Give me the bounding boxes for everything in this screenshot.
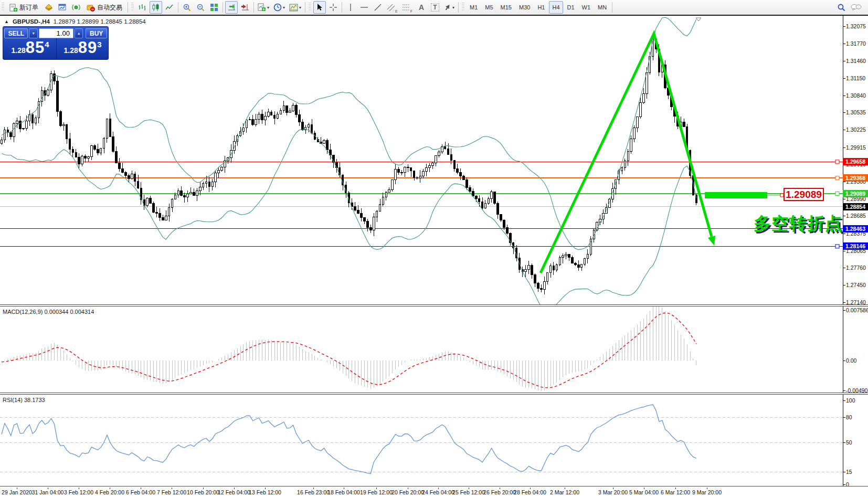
collapse-panel-icon[interactable]: ▲ (4, 19, 9, 24)
time-label[interactable]: 6 Mar 12:00 (661, 489, 690, 495)
buy-price-big: 89 (78, 38, 97, 57)
periods-dropdown-arrow[interactable]: ▾ (283, 5, 285, 10)
time-label[interactable]: 5 Mar 04:00 (629, 489, 659, 495)
time-label[interactable]: 12 Feb 04:00 (218, 489, 250, 495)
autotrading-button[interactable]: 自动交易 (83, 1, 125, 14)
indicators-button[interactable]: ▾ (256, 1, 271, 14)
indicators-dropdown-arrow[interactable]: ▾ (267, 5, 269, 10)
time-label[interactable]: 28 Feb 04:00 (514, 489, 546, 495)
price-level-callout[interactable]: 1.29089 (784, 188, 824, 201)
time-label[interactable]: 29 Jan 2020 (2, 489, 32, 495)
timeframe-m1[interactable]: M1 (467, 1, 481, 14)
sell-button[interactable]: SELL (4, 28, 28, 38)
rsi-indicator-label: RSI(14) 38.1733 (3, 397, 45, 403)
timeframe-mn[interactable]: MN (595, 1, 610, 14)
vertical-line-button[interactable] (344, 1, 357, 14)
tile-windows-button[interactable] (208, 1, 220, 14)
new-order-button[interactable]: 新订单 (6, 1, 41, 14)
signals-button[interactable] (70, 1, 82, 14)
level-price-tag: 1.29368 (843, 174, 868, 182)
buy-button[interactable]: BUY (86, 28, 107, 38)
time-label[interactable]: 3 Mar 20:00 (598, 489, 628, 495)
turning-point-annotation[interactable]: 多空转折点 (754, 212, 843, 236)
time-label[interactable]: 7 Feb 12:00 (157, 489, 186, 495)
chart-window-button[interactable] (56, 1, 69, 14)
tile-windows-icon (210, 3, 218, 12)
chart-symbol-title: GBPUSD-,H4 (13, 18, 50, 25)
chart-ohlc-values: 1.28879 1.28899 1.28845 1.28854 (54, 18, 146, 25)
timeframe-h4[interactable]: H4 (549, 1, 563, 14)
auto-scroll-button[interactable] (225, 1, 238, 14)
chat-button[interactable] (849, 1, 863, 14)
time-label[interactable]: 16 Feb 23:00 (297, 489, 330, 495)
time-label[interactable]: 6 Feb 04:00 (126, 489, 155, 495)
toolbar-grip (309, 3, 311, 12)
rsi-tick-label: 80 (846, 414, 852, 420)
buy-price-display[interactable]: 1.28893 (57, 38, 108, 59)
text-label-button[interactable]: T (429, 1, 441, 14)
main-chart-pane[interactable]: ▲ GBPUSD-,H4 1.28879 1.28899 1.28845 1.2… (0, 15, 868, 305)
trendline-button[interactable] (372, 1, 384, 14)
fibo-letter: F (410, 9, 412, 13)
expert-advisors-icon (45, 3, 53, 12)
time-label[interactable]: 25 Feb 12:00 (452, 489, 485, 495)
fibonacci-button[interactable]: F (400, 1, 414, 14)
arrows-dropdown-arrow[interactable]: ▾ (452, 5, 454, 10)
templates-button[interactable]: ▾ (288, 1, 303, 14)
volume-increase-button[interactable]: ▲ (75, 28, 83, 38)
time-label[interactable]: 24 Feb 04:00 (422, 489, 454, 495)
macd-canvas[interactable] (0, 306, 868, 393)
line-chart-button[interactable] (163, 1, 176, 14)
chart-shift-button[interactable] (239, 1, 251, 14)
zoom-in-button[interactable] (181, 1, 193, 14)
time-label[interactable]: 9 Mar 20:00 (692, 489, 722, 495)
new-order-label: 新订单 (19, 3, 38, 12)
periods-button[interactable]: ▾ (272, 1, 287, 14)
equidistant-channel-button[interactable]: E (385, 1, 399, 14)
crosshair-button[interactable] (327, 1, 340, 14)
timeframe-d1[interactable]: D1 (564, 1, 578, 14)
arrows-button[interactable]: ▾ (442, 1, 456, 14)
time-label[interactable]: 18 Feb 04:00 (327, 489, 360, 495)
rsi-pane[interactable]: RSI(14) 38.1733 1008050150 (0, 395, 868, 486)
time-label[interactable]: 3 Feb 12:00 (64, 489, 93, 495)
sell-price-display[interactable]: 1.28854 (4, 38, 57, 59)
bar-chart-button[interactable] (136, 1, 149, 14)
rsi-tick-label: 50 (846, 439, 852, 446)
price-tick-label: 1.31460 (846, 58, 866, 64)
time-label[interactable]: 26 Feb 20:00 (483, 489, 516, 495)
price-chart-canvas[interactable] (0, 16, 868, 305)
expert-advisors-button[interactable] (43, 1, 55, 14)
timeframe-m30[interactable]: M30 (516, 1, 533, 14)
toolbar-grip (462, 3, 464, 12)
horizontal-line-icon (360, 5, 368, 10)
timeframe-m15[interactable]: M15 (497, 1, 515, 14)
new-order-icon (9, 4, 17, 12)
vertical-line-icon (348, 3, 353, 12)
sell-price-big: 85 (26, 38, 45, 57)
text-button[interactable]: A (415, 1, 428, 14)
macd-pane[interactable]: MACD(12,26,9) 0.000344 0.004314 0.007586… (0, 306, 868, 393)
time-axis[interactable]: 29 Jan 202031 Jan 04:003 Feb 12:004 Feb … (0, 488, 868, 497)
volume-input[interactable] (39, 28, 73, 38)
time-label[interactable]: 4 Feb 20:00 (95, 489, 124, 495)
horizontal-line-button[interactable] (358, 1, 371, 14)
timeframe-w1[interactable]: W1 (579, 1, 594, 14)
time-label[interactable]: 31 Jan 04:00 (32, 489, 64, 495)
time-label[interactable]: 13 Feb 12:00 (249, 489, 281, 495)
zoom-out-button[interactable] (194, 1, 207, 14)
candlestick-chart-button[interactable] (150, 1, 162, 14)
cursor-button[interactable] (313, 1, 326, 14)
search-button[interactable] (835, 1, 848, 14)
timeframe-m5[interactable]: M5 (482, 1, 496, 14)
templates-dropdown-arrow[interactable]: ▾ (299, 5, 301, 10)
time-label[interactable]: 19 Feb 12:00 (360, 489, 393, 495)
time-label[interactable]: 10 Feb 20:00 (187, 489, 219, 495)
rsi-canvas[interactable] (0, 395, 868, 486)
time-label[interactable]: 2 Mar 12:00 (550, 489, 579, 495)
one-click-trading-panel: SELL ▼ ▲ BUY 1.28854 1.28893 (3, 26, 109, 60)
timeframe-h1[interactable]: H1 (534, 1, 548, 14)
time-label[interactable]: 20 Feb 20:00 (391, 489, 424, 495)
volume-decrease-button[interactable]: ▼ (29, 28, 37, 38)
price-tick-label: 1.27760 (846, 265, 866, 271)
